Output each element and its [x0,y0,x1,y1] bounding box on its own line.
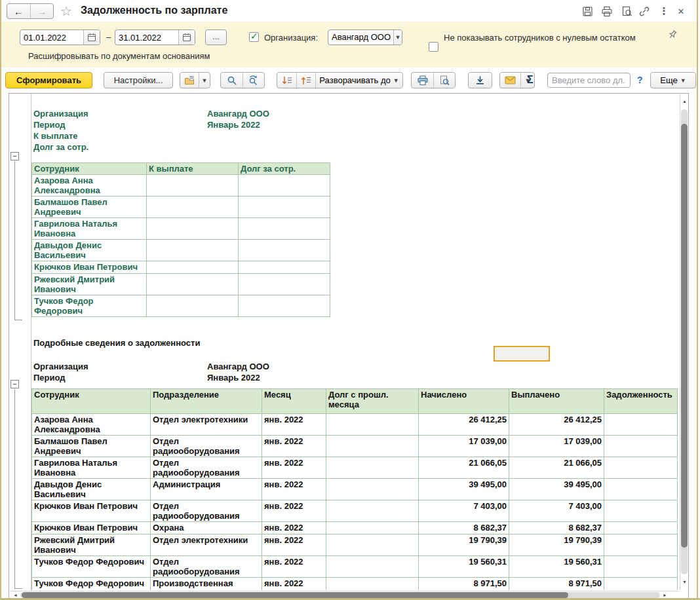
report-cell[interactable] [604,436,678,457]
column-header[interactable]: Месяц [262,389,326,414]
report-cell[interactable]: 21 066,05 [509,457,604,479]
report-cell[interactable]: Крючков Иван Петрович [32,522,151,534]
report-cell[interactable]: янв. 2022 [262,500,326,522]
forward-button[interactable]: → [30,4,54,18]
expand-to-button[interactable]: Разворачивать до ▼ [315,73,402,88]
hide-zero-checkbox[interactable] [429,42,438,52]
report-cell[interactable]: янв. 2022 [262,522,326,534]
help-button[interactable]: ? [637,75,643,85]
report-cell[interactable]: Гаврилова Наталья Ивановна [32,457,151,479]
report-cell[interactable]: Отдел электротехники [151,414,262,436]
report-cell[interactable]: янв. 2022 [262,414,326,436]
report-cell[interactable] [147,295,239,317]
get-link-button[interactable] [637,5,651,18]
scroll-right-arrow-icon[interactable]: ► [663,593,667,598]
report-cell[interactable] [604,534,678,556]
combo-dropdown-button[interactable]: ▼ [393,30,402,45]
report-cell[interactable]: Тучков Федор Федорович [32,295,147,317]
report-cell[interactable]: янв. 2022 [262,556,326,578]
report-cell[interactable]: Балмашов Павел Андреевич [32,197,147,218]
date-from-input[interactable] [20,30,83,45]
date-to-field[interactable] [115,29,195,45]
column-header[interactable]: К выплате [147,163,239,175]
column-header[interactable]: Долг с прошл. месяца [326,389,419,414]
report-cell[interactable]: янв. 2022 [262,457,326,479]
report-cell[interactable] [239,175,330,197]
report-cell[interactable]: 26 412,25 [419,414,509,436]
column-header[interactable]: Подразделение [151,389,262,414]
scroll-left-arrow-icon[interactable]: ◄ [13,593,18,598]
group-collapse-button[interactable]: − [10,152,19,160]
report-variants-button[interactable] [180,73,199,88]
print-report-button[interactable] [412,73,433,88]
report-cell[interactable]: Давыдов Денис Васильевич [32,479,151,500]
more-menu-button[interactable]: ⋮ [657,5,671,18]
column-header[interactable]: Начислено [419,389,509,414]
report-cell[interactable]: 8 682,37 [509,522,604,534]
save-result-button[interactable] [468,72,492,88]
report-cell[interactable]: 19 790,39 [509,534,604,556]
report-cell[interactable]: 26 412,25 [509,414,604,436]
date-from-calendar-button[interactable] [83,30,100,45]
save-button[interactable] [580,5,594,18]
report-cell[interactable]: 39 495,00 [509,479,604,500]
column-header[interactable]: Сотрудник [32,163,147,175]
report-cell[interactable]: 17 039,00 [419,436,509,457]
collapse-all-button[interactable] [296,73,315,88]
report-cell[interactable] [326,500,419,522]
report-cell[interactable]: Охрана [151,522,262,534]
report-cell[interactable] [604,500,678,522]
report-cell[interactable]: 19 560,31 [419,556,509,578]
column-header[interactable]: Выплачено [509,389,604,414]
report-cell[interactable]: Отдел радиооборудования [151,436,262,457]
report-cell[interactable] [147,274,239,295]
word-search-input[interactable] [547,73,631,88]
report-cell[interactable]: Крючков Иван Петрович [32,261,147,274]
report-cell[interactable]: Азарова Анна Александровна [32,175,147,197]
report-cell[interactable]: янв. 2022 [262,578,326,591]
report-cell[interactable]: 8 971,50 [509,578,604,591]
report-cell[interactable] [147,261,239,274]
report-cell[interactable] [239,261,330,274]
report-cell[interactable]: 8 682,37 [419,522,509,534]
report-cell[interactable] [239,295,330,317]
report-cell[interactable] [604,556,678,578]
report-cell[interactable]: Ржевский Дмитрий Иванович [32,274,147,295]
report-cell[interactable]: Азарова Анна Александровна [32,414,151,436]
report-cell[interactable] [239,197,330,218]
report-variants-dropdown[interactable]: ▼ [199,73,210,88]
report-cell[interactable]: 7 403,00 [419,500,509,522]
report-cell[interactable] [326,479,419,500]
report-cell[interactable] [326,414,419,436]
report-cell[interactable] [604,479,678,500]
find-button[interactable] [221,73,243,88]
report-cell[interactable] [239,274,330,295]
report-cell[interactable]: Отдел электротехники [151,534,262,556]
group-collapse-button[interactable]: − [10,380,19,388]
preview-button[interactable] [619,5,634,18]
report-cell[interactable]: янв. 2022 [262,479,326,500]
report-cell[interactable]: 17 039,00 [509,436,604,457]
column-header[interactable]: Долг за сотр. [239,163,330,175]
favorite-star-icon[interactable]: ☆ [60,3,72,19]
report-cell[interactable]: янв. 2022 [262,534,326,556]
report-cell[interactable]: 21 066,05 [419,457,509,479]
report-cell[interactable]: Отдел радиооборудования [151,500,262,522]
report-cell[interactable] [326,534,419,556]
report-cell[interactable] [239,240,330,261]
date-from-field[interactable] [20,29,100,45]
expand-all-button[interactable] [277,73,296,88]
report-cell[interactable]: 19 560,31 [509,556,604,578]
vertical-scrollbar[interactable]: ▲ ▼ [680,94,688,590]
date-to-input[interactable] [115,30,178,45]
find-next-button[interactable] [243,73,264,88]
report-cell[interactable] [326,522,419,534]
report-cell[interactable] [604,457,678,479]
print-button[interactable] [600,5,614,18]
report-cell[interactable]: Администрация [151,479,262,500]
more-actions-button[interactable]: Еще ▼ [651,73,695,88]
report-cell[interactable] [604,522,678,534]
report-cell[interactable] [604,414,678,436]
report-cell[interactable]: Гаврилова Наталья Ивановна [32,218,147,240]
report-cell[interactable]: Тучков Федор Федорович [32,556,151,578]
